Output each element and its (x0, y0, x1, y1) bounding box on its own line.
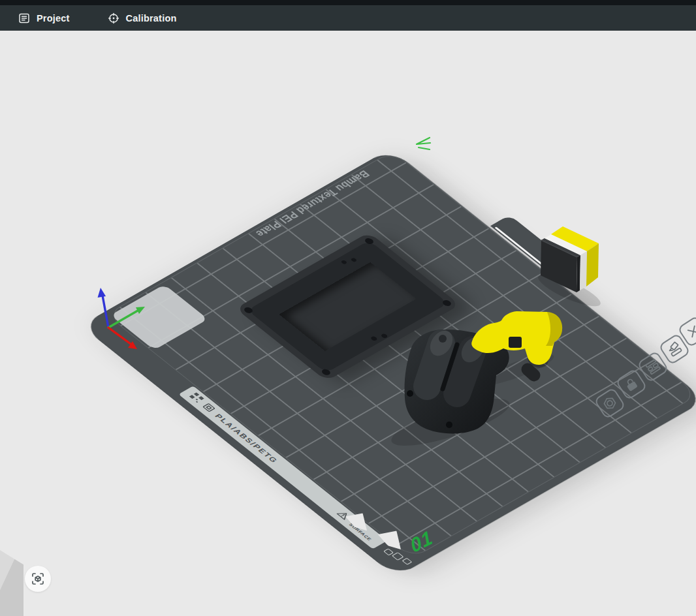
plate-settings-icon (600, 393, 620, 413)
project-icon (18, 12, 30, 24)
tab-project[interactable]: Project (18, 12, 70, 24)
fit-view-icon (30, 571, 46, 587)
tab-calibration-label: Calibration (126, 13, 177, 23)
frame-model-wall (247, 240, 449, 373)
lock-open-icon (622, 375, 641, 394)
3d-viewport[interactable]: Bambu Textured PEI Plate (0, 31, 696, 616)
plate-orientation-arrow-icon (417, 138, 430, 149)
plate-layout-icon (643, 357, 663, 377)
tab-project-label: Project (37, 13, 70, 23)
calibration-icon (108, 12, 119, 24)
offscreen-object (0, 550, 24, 616)
bambu-studio-window: Project Calibration (0, 0, 696, 616)
system-titlebar (0, 0, 696, 5)
fit-view-button[interactable] (25, 566, 51, 592)
tab-calibration[interactable]: Calibration (108, 12, 177, 24)
build-plate-surface[interactable] (106, 151, 696, 559)
frame-model[interactable] (236, 232, 460, 381)
close-icon (684, 322, 696, 341)
top-navigation-bar: Project Calibration (0, 5, 696, 31)
move-plate-front-icon (665, 339, 684, 359)
